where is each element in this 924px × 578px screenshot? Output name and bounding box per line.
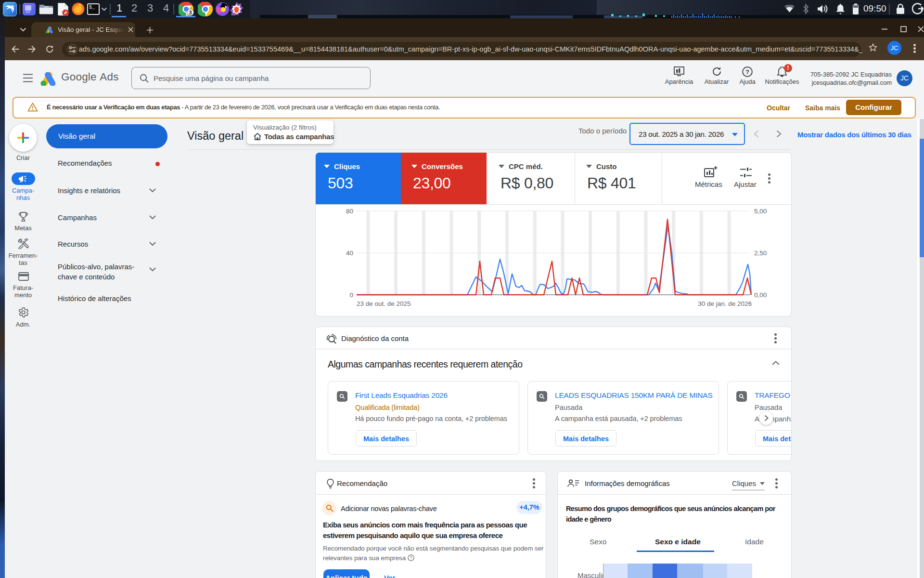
svg-text:?: ?	[745, 68, 749, 76]
svg-text:?: ?	[410, 555, 412, 560]
svg-text:0,00: 0,00	[754, 291, 767, 299]
svg-text:23 de out. de 2025: 23 de out. de 2025	[357, 300, 411, 307]
svg-text:40: 40	[346, 250, 353, 257]
svg-text:2,50: 2,50	[754, 250, 767, 257]
svg-text:5,00: 5,00	[754, 208, 767, 215]
svg-text:0: 0	[349, 291, 353, 299]
svg-text:30 de jan. de 2026: 30 de jan. de 2026	[698, 300, 752, 307]
svg-text:80: 80	[346, 208, 353, 215]
